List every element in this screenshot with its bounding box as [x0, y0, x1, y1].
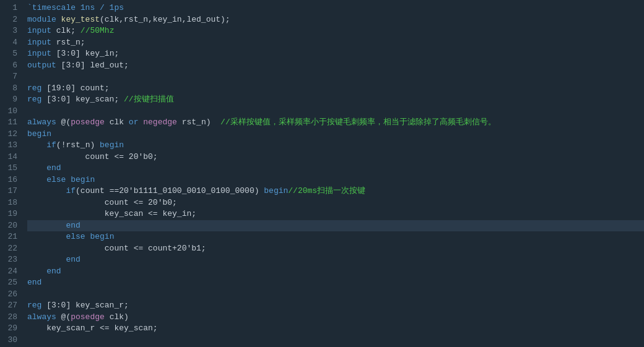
- line-number: 26: [2, 289, 17, 301]
- line-number: 16: [2, 174, 17, 186]
- line-number: 15: [2, 163, 17, 174]
- code-line: input clk; //50Mhz: [27, 25, 644, 37]
- code-line: [27, 106, 644, 118]
- code-line: output [3:0] led_out;: [27, 60, 644, 72]
- line-number: 17: [2, 186, 17, 197]
- code-line: input [3:0] key_in;: [27, 48, 644, 60]
- line-number: 3: [2, 25, 17, 37]
- code-line: if(!rst_n) begin: [27, 140, 644, 152]
- line-number: 27: [2, 300, 17, 312]
- code-line: if(count ==20'b1111_0100_0010_0100_0000)…: [27, 186, 644, 197]
- code-line: [27, 289, 644, 301]
- line-number: 8: [2, 83, 17, 95]
- line-number: 6: [2, 60, 17, 72]
- code-line: else begin: [27, 231, 644, 243]
- code-line: end: [27, 220, 644, 232]
- code-line: begin: [27, 129, 644, 140]
- code-line: count <= 20'b0;: [27, 197, 644, 209]
- line-number: 29: [2, 323, 17, 335]
- line-number: 14: [2, 152, 17, 163]
- code-line: `timescale 1ns / 1ps: [27, 2, 644, 14]
- line-number: 5: [2, 48, 17, 60]
- line-number: 7: [2, 71, 17, 83]
- line-number: 12: [2, 129, 17, 140]
- line-number: 2: [2, 14, 17, 26]
- line-number: 9: [2, 94, 17, 106]
- line-number: 28: [2, 312, 17, 323]
- code-line: module key_test(clk,rst_n,key_in,led_out…: [27, 14, 644, 26]
- line-number: 22: [2, 243, 17, 255]
- code-line: [27, 71, 644, 83]
- code-content[interactable]: `timescale 1ns / 1psmodule key_test(clk,…: [22, 0, 644, 347]
- code-line: end: [27, 254, 644, 266]
- line-number: 19: [2, 208, 17, 220]
- line-number: 30: [2, 335, 17, 346]
- code-line: key_scan_r <= key_scan;: [27, 323, 644, 335]
- code-line: always @(posedge clk or negedge rst_n) /…: [27, 117, 644, 129]
- line-number: 23: [2, 254, 17, 266]
- line-number: 4: [2, 37, 17, 49]
- code-line: else begin: [27, 174, 644, 186]
- code-line: count <= 20'b0;: [27, 152, 644, 163]
- code-line: reg [3:0] key_scan; //按键扫描值: [27, 94, 644, 106]
- code-editor: 1234567891011121314151617181920212223242…: [0, 0, 644, 347]
- line-number: 13: [2, 140, 17, 152]
- code-line: input rst_n;: [27, 37, 644, 49]
- line-number: 18: [2, 197, 17, 209]
- line-number: 10: [2, 106, 17, 118]
- code-line: end: [27, 266, 644, 278]
- code-line: count <= count+20'b1;: [27, 243, 644, 255]
- code-line: reg [19:0] count;: [27, 83, 644, 95]
- code-line: reg [3:0] key_scan_r;: [27, 300, 644, 312]
- line-number: 11: [2, 117, 17, 129]
- code-line: [27, 335, 644, 346]
- line-number: 1: [2, 2, 17, 14]
- line-numbers: 1234567891011121314151617181920212223242…: [0, 0, 22, 347]
- code-line: end: [27, 163, 644, 174]
- code-line: always @(posedge clk): [27, 312, 644, 323]
- line-number: 21: [2, 231, 17, 243]
- code-line: key_scan <= key_in;: [27, 208, 644, 220]
- line-number: 24: [2, 266, 17, 278]
- code-line: end: [27, 277, 644, 289]
- line-number: 25: [2, 277, 17, 289]
- line-number: 20: [2, 220, 17, 232]
